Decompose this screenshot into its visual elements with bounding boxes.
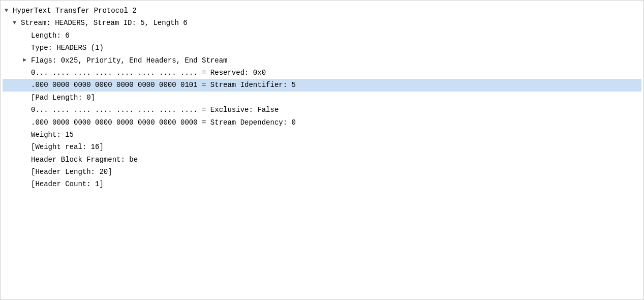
tree-row-header-length[interactable]: [Header Length: 20] [3, 166, 641, 178]
row-text-stream-id: .000 0000 0000 0000 0000 0000 0000 0101 … [31, 79, 296, 91]
tree-row-stream-dep[interactable]: .000 0000 0000 0000 0000 0000 0000 0000 … [3, 116, 641, 129]
tree-row-weight[interactable]: Weight: 15 [3, 129, 641, 141]
row-text-stream: Stream: HEADERS, Stream ID: 5, Length 6 [21, 17, 188, 28]
tree-row-header-block[interactable]: Header Block Fragment: be [3, 154, 641, 166]
tree-row-pad-length[interactable]: [Pad Length: 0] [3, 92, 641, 104]
row-text-reserved: 0... .... .... .... .... .... .... .... … [31, 67, 266, 78]
row-text-weight: Weight: 15 [31, 129, 74, 140]
tree-row-type[interactable]: Type: HEADERS (1) [3, 42, 641, 54]
tree-row-reserved[interactable]: 0... .... .... .... .... .... .... .... … [3, 67, 641, 79]
tree-row-root[interactable]: ▼HyperText Transfer Protocol 2 [3, 5, 641, 17]
row-text-exclusive: 0... .... .... .... .... .... .... .... … [31, 104, 279, 115]
row-text-root: HyperText Transfer Protocol 2 [13, 5, 137, 16]
row-text-stream-dep: .000 0000 0000 0000 0000 0000 0000 0000 … [31, 117, 296, 128]
tree-row-length[interactable]: Length: 6 [3, 29, 641, 42]
row-text-weight-real: [Weight real: 16] [31, 141, 104, 153]
toggle-icon-root[interactable]: ▼ [5, 6, 13, 16]
tree-row-stream[interactable]: ▼Stream: HEADERS, Stream ID: 5, Length 6 [3, 17, 641, 29]
toggle-icon-flags[interactable]: ▶ [23, 55, 31, 65]
row-text-pad-length: [Pad Length: 0] [31, 92, 95, 103]
row-text-header-length: [Header Length: 20] [31, 166, 112, 177]
toggle-icon-stream[interactable]: ▼ [13, 18, 21, 28]
row-text-flags: Flags: 0x25, Priority, End Headers, End … [31, 55, 227, 66]
tree-row-flags[interactable]: ▶Flags: 0x25, Priority, End Headers, End… [3, 54, 641, 67]
row-text-header-count: [Header Count: 1] [31, 178, 104, 190]
row-text-header-block: Header Block Fragment: be [31, 154, 138, 165]
tree-row-header-count[interactable]: [Header Count: 1] [3, 178, 641, 190]
tree-row-stream-id[interactable]: .000 0000 0000 0000 0000 0000 0000 0101 … [3, 79, 641, 91]
tree-row-weight-real[interactable]: [Weight real: 16] [3, 141, 641, 153]
row-text-length: Length: 6 [31, 30, 70, 41]
tree-row-exclusive[interactable]: 0... .... .... .... .... .... .... .... … [3, 104, 641, 116]
protocol-tree[interactable]: ▼HyperText Transfer Protocol 2▼Stream: H… [0, 0, 644, 300]
row-text-type: Type: HEADERS (1) [31, 42, 104, 53]
